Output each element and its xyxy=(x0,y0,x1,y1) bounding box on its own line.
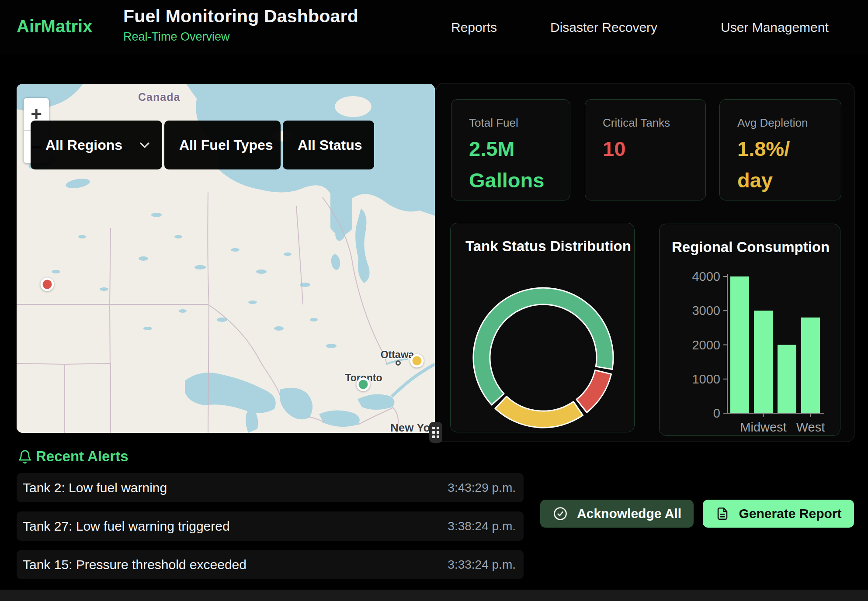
acknowledge-all-label: Acknowledge All xyxy=(577,506,681,521)
check-circle-icon xyxy=(552,506,568,522)
recent-alerts-heading: Recent Alerts xyxy=(36,448,128,465)
tank-status-distribution-card: Tank Status Distribution xyxy=(450,223,635,432)
alert-timestamp: 3:33:24 p.m. xyxy=(448,558,516,572)
stat-value: 1.8%/day xyxy=(737,133,823,196)
alert-message: Tank 27: Low fuel warning triggered xyxy=(23,519,230,534)
header: AirMatrix Fuel Monitoring Dashboard Real… xyxy=(0,0,868,54)
bar-region-1 xyxy=(754,311,773,413)
map-filter-bar: All Regions All Fuel Types All Status xyxy=(31,121,374,169)
alert-row: Tank 15: Pressure threshold exceeded 3:3… xyxy=(17,550,524,579)
status-filter-dropdown[interactable]: All Status xyxy=(283,121,374,169)
x-axis-tick-label: West xyxy=(796,420,825,434)
generate-report-label: Generate Report xyxy=(739,506,841,521)
stat-card-total-fuel: Total Fuel 2.5MGallons xyxy=(451,99,570,200)
alert-message: Tank 2: Low fuel warning xyxy=(23,480,167,495)
y-axis-tick-label: 4000 xyxy=(692,269,720,283)
alert-message: Tank 15: Pressure threshold exceeded xyxy=(23,557,247,572)
fuel-type-filter-dropdown[interactable]: All Fuel Types xyxy=(164,121,281,169)
generate-report-button[interactable]: Generate Report xyxy=(703,500,854,528)
nav-reports[interactable]: Reports xyxy=(451,20,497,35)
acknowledge-all-button[interactable]: Acknowledge All xyxy=(540,500,694,528)
alert-timestamp: 3:38:24 p.m. xyxy=(448,519,516,533)
regional-consumption-bar-chart: 01000200030004000MidwestWest xyxy=(660,224,841,436)
map-city-dot xyxy=(396,360,401,366)
map-country-label: Canada xyxy=(138,91,180,104)
region-filter-dropdown[interactable]: All Regions xyxy=(31,121,162,169)
alert-row: Tank 27: Low fuel warning triggered 3:38… xyxy=(17,511,524,541)
map-city-label: New York xyxy=(390,421,435,433)
status-filter-value: All Status xyxy=(298,137,362,153)
donut-chart-title: Tank Status Distribution xyxy=(465,238,631,255)
nav-user-management[interactable]: User Management xyxy=(721,20,829,35)
bell-icon xyxy=(17,449,32,465)
bar-region-2 xyxy=(778,345,796,414)
stat-value: 2.5MGallons xyxy=(469,133,552,196)
alert-timestamp: 3:43:29 p.m. xyxy=(448,481,516,495)
stat-label: Avg Depletion xyxy=(737,116,823,130)
y-axis-tick-label: 2000 xyxy=(692,338,720,352)
map[interactable]: Canada OttawaTorontoNew York + − All Reg… xyxy=(17,84,435,433)
stat-label: Critical Tanks xyxy=(603,116,688,130)
tank-marker-critical[interactable] xyxy=(41,278,54,291)
brand-logo[interactable]: AirMatrix xyxy=(17,17,92,36)
fuel-type-filter-value: All Fuel Types xyxy=(179,137,273,153)
region-filter-value: All Regions xyxy=(45,137,122,153)
fuel-monitoring-dashboard: AirMatrix Fuel Monitoring Dashboard Real… xyxy=(0,0,868,601)
stat-card-critical-tanks: Critical Tanks 10 xyxy=(585,99,706,200)
y-axis-tick-label: 1000 xyxy=(692,372,720,386)
map-resize-handle[interactable] xyxy=(429,422,442,443)
tank-marker-normal[interactable] xyxy=(357,378,370,391)
tank-status-doughnut-chart xyxy=(451,223,635,433)
title-block: Fuel Monitoring Dashboard Real-Time Over… xyxy=(123,6,358,44)
footer-bar xyxy=(0,590,868,601)
bar-region-0 xyxy=(730,276,749,413)
report-document-icon xyxy=(715,506,730,521)
map-city-label: Ottawa xyxy=(381,349,414,361)
y-axis-tick-label: 0 xyxy=(713,406,720,420)
stat-value: 10 xyxy=(603,133,688,165)
bar-region-3 xyxy=(801,318,820,413)
tank-marker-warning[interactable] xyxy=(410,354,424,368)
nav-disaster-recovery[interactable]: Disaster Recovery xyxy=(550,20,657,35)
y-axis-tick-label: 3000 xyxy=(692,304,720,318)
stat-label: Total Fuel xyxy=(469,116,552,130)
doughnut-segment-warning xyxy=(495,396,583,428)
doughnut-segment-critical xyxy=(576,370,611,412)
regional-consumption-card: Regional Consumption 01000200030004000Mi… xyxy=(659,224,840,436)
chevron-down-icon xyxy=(139,142,150,149)
x-axis-tick-label: Midwest xyxy=(740,420,786,434)
stat-card-avg-depletion: Avg Depletion 1.8%/day xyxy=(719,99,841,200)
bar-chart-title: Regional Consumption xyxy=(672,239,830,256)
page-title: Fuel Monitoring Dashboard xyxy=(123,6,358,27)
alert-row: Tank 2: Low fuel warning 3:43:29 p.m. xyxy=(17,473,524,502)
page-subtitle: Real-Time Overview xyxy=(123,30,358,44)
